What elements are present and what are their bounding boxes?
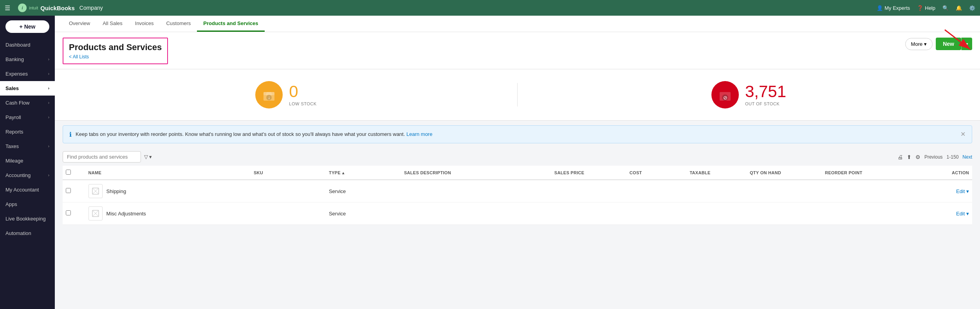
sidebar-item-label-reports: Reports [5, 129, 49, 135]
out-of-stock-icon: ⊘ [711, 81, 739, 108]
item-price-1 [551, 202, 626, 225]
item-price-0 [551, 180, 626, 202]
new-button[interactable]: New [936, 38, 961, 50]
item-reorder-0 [822, 180, 912, 202]
sidebar-item-mileage[interactable]: Mileage [0, 154, 55, 168]
item-cost-0 [626, 180, 687, 202]
sidebar-item-live_bookkeeping[interactable]: Live Bookkeeping [0, 211, 55, 226]
table-row: Misc Adjustments Service Edit ▾ [63, 202, 972, 225]
svg-text:↓: ↓ [268, 95, 270, 100]
sidebar-item-cashflow[interactable]: Cash Flow› [0, 96, 55, 110]
subnav-tab-products_services[interactable]: Products and Services [197, 16, 264, 32]
help-button[interactable]: ❓ Help [917, 5, 935, 11]
sidebar-item-label-taxes: Taxes [5, 143, 48, 149]
person-icon: 👤 [877, 5, 883, 11]
export-icon[interactable]: ⬆ [907, 154, 911, 160]
topbar: ☰ i intuit QuickBooks Company 👤 My Exper… [0, 0, 980, 16]
edit-link-0[interactable]: Edit [956, 188, 965, 194]
out-of-stock-label: OUT OF STOCK [745, 101, 786, 106]
more-button[interactable]: More ▾ [905, 38, 933, 50]
info-icon: ℹ [69, 131, 72, 138]
select-all-checkbox[interactable] [66, 170, 71, 175]
search-input[interactable] [63, 151, 141, 163]
edit-dropdown-1[interactable]: ▾ [966, 211, 969, 217]
settings-icon[interactable]: ⚙️ [969, 5, 975, 11]
sidebar-item-payroll[interactable]: Payroll› [0, 110, 55, 125]
col-header-taxable: TAXABLE [686, 166, 747, 180]
sidebar-new-button[interactable]: + New [5, 20, 49, 33]
item-cost-1 [626, 202, 687, 225]
sidebar-item-expenses[interactable]: Expenses› [0, 67, 55, 81]
sidebar-item-banking[interactable]: Banking› [0, 52, 55, 67]
sidebar-item-accounting[interactable]: Accounting› [0, 168, 55, 183]
box-blocked-icon: ⊘ [718, 87, 733, 102]
item-type-0: Service [326, 180, 401, 202]
notifications-icon[interactable]: 🔔 [956, 5, 962, 11]
subnav-tab-invoices[interactable]: Invoices [129, 16, 160, 32]
content-area: OverviewAll SalesInvoicesCustomersProduc… [55, 16, 980, 309]
topbar-left: ☰ i intuit QuickBooks Company [5, 4, 103, 12]
col-header-type[interactable]: TYPE▲ [326, 166, 401, 180]
chevron-icon-accounting: › [48, 173, 49, 177]
col-header-reorder: REORDER POINT [822, 166, 912, 180]
subnav-tab-overview[interactable]: Overview [63, 16, 96, 32]
sidebar-item-label-live_bookkeeping: Live Bookkeeping [5, 216, 49, 222]
row-checkbox-1[interactable] [66, 210, 71, 215]
chevron-icon-banking: › [48, 57, 49, 61]
filter-button[interactable]: ▽ ▾ [144, 154, 152, 160]
col-header-sku: SKU [251, 166, 326, 180]
item-type-1: Service [326, 202, 401, 225]
sidebar-item-dashboard[interactable]: Dashboard [0, 38, 55, 52]
info-close-button[interactable]: ✕ [960, 130, 966, 138]
main-layout: + New DashboardBanking›Expenses›Sales›Ca… [0, 16, 980, 309]
table-toolbar: ▽ ▾ 🖨 ⬆ ⚙ Previous 1-150 Next [55, 148, 980, 166]
item-name-1: Misc Adjustments [106, 211, 146, 217]
sidebar-item-label-payroll: Payroll [5, 114, 48, 120]
sidebar-item-taxes[interactable]: Taxes› [0, 139, 55, 154]
help-label: Help [925, 5, 935, 11]
all-lists-link[interactable]: < All Lists [69, 54, 162, 60]
sidebar: + New DashboardBanking›Expenses›Sales›Ca… [0, 16, 55, 309]
sidebar-item-sales[interactable]: Sales› [0, 81, 55, 96]
item-desc-1 [401, 202, 551, 225]
item-name-cell-0: Shipping [88, 184, 247, 198]
filter-arrow: ▾ [149, 154, 152, 160]
filter-icon: ▽ [144, 154, 148, 160]
sidebar-item-label-automation: Automation [5, 230, 49, 236]
chevron-down-icon-new: ▾ [966, 41, 968, 47]
pagination-previous[interactable]: Previous [924, 154, 943, 160]
help-icon: ❓ [917, 5, 923, 11]
edit-link-1[interactable]: Edit [956, 211, 965, 217]
subnav-tab-all_sales[interactable]: All Sales [96, 16, 129, 32]
sidebar-item-apps[interactable]: Apps [0, 197, 55, 211]
sidebar-item-label-expenses: Expenses [5, 71, 48, 77]
more-label: More [911, 41, 923, 47]
col-header-qty: QTY ON HAND [747, 166, 822, 180]
item-thumb-0 [88, 184, 103, 198]
page-header-right: More ▾ New ▾ [905, 38, 972, 50]
row-checkbox-0[interactable] [66, 188, 71, 193]
topbar-logo: i intuit QuickBooks [18, 4, 75, 12]
sidebar-item-label-apps: Apps [5, 201, 49, 207]
company-name: Company [79, 5, 103, 11]
sort-arrow-type: ▲ [341, 171, 345, 175]
experts-label: My Experts [884, 5, 910, 11]
sidebar-item-automation[interactable]: Automation [0, 226, 55, 240]
subnav-tab-customers[interactable]: Customers [160, 16, 197, 32]
pagination-next[interactable]: Next [962, 154, 972, 160]
table-row: Shipping Service Edit ▾ [63, 180, 972, 202]
print-icon[interactable]: 🖨 [897, 154, 903, 160]
search-icon[interactable]: 🔍 [942, 5, 949, 11]
chevron-down-icon: ▾ [924, 41, 927, 47]
settings-table-icon[interactable]: ⚙ [915, 154, 920, 160]
sidebar-item-reports[interactable]: Reports [0, 125, 55, 139]
sidebar-item-label-dashboard: Dashboard [5, 42, 49, 48]
hamburger-icon[interactable]: ☰ [5, 4, 10, 12]
sidebar-item-my_accountant[interactable]: My Accountant [0, 183, 55, 197]
new-button-dropdown[interactable]: ▾ [961, 38, 972, 50]
learn-more-link[interactable]: Learn more [406, 131, 432, 137]
my-experts-button[interactable]: 👤 My Experts [877, 5, 910, 11]
info-banner: ℹ Keep tabs on your inventory with reord… [63, 125, 972, 143]
table-header: NAME SKU TYPE▲ SALES DESCRIPTION SALES P… [63, 166, 972, 180]
edit-dropdown-0[interactable]: ▾ [966, 188, 969, 194]
